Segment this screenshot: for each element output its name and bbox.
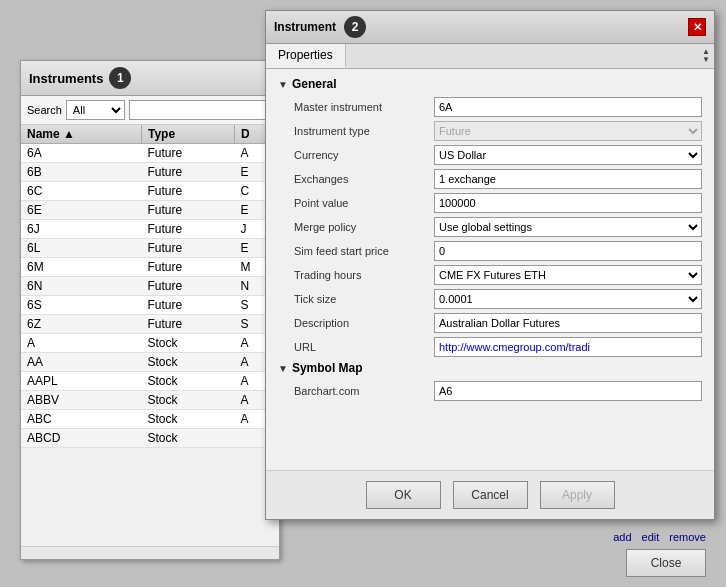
search-label: Search [27,104,62,116]
cell-type: Stock [141,410,234,429]
field-label: Instrument type [294,125,434,137]
dialog-close-button[interactable]: ✕ [688,18,706,36]
field-label: Point value [294,197,434,209]
field-input[interactable] [434,381,702,401]
table-row[interactable]: 6J Future J [21,220,279,239]
field-row-tick-size: Tick size0.0001 [278,289,702,309]
col-header-type[interactable]: Type [141,125,234,144]
field-row-point-value: Point value [278,193,702,213]
cell-type: Future [141,144,234,163]
cell-type: Future [141,201,234,220]
field-input[interactable] [434,193,702,213]
cell-name: 6M [21,258,141,277]
col-header-name[interactable]: Name ▲ [21,125,141,144]
field-row-exchanges: Exchanges [278,169,702,189]
cell-name: ABC [21,410,141,429]
field-row-trading-hours: Trading hoursCME FX Futures ETH [278,265,702,285]
field-select-disabled: Future [434,121,702,141]
table-row[interactable]: AA Stock A [21,353,279,372]
section-symbol-map: ▼Symbol MapBarchart.com [278,361,702,401]
search-select[interactable]: All Future Stock Option [66,100,125,120]
edit-link[interactable]: edit [642,531,660,543]
field-row-currency: CurrencyUS Dollar [278,145,702,165]
cell-name: 6L [21,239,141,258]
section-general: ▼GeneralMaster instrumentInstrument type… [278,77,702,357]
field-label: Sim feed start price [294,245,434,257]
search-input[interactable] [129,100,275,120]
field-select[interactable]: US Dollar [434,145,702,165]
table-row[interactable]: 6N Future N [21,277,279,296]
table-row[interactable]: 6S Future S [21,296,279,315]
tab-arrows[interactable]: ▲ ▼ [698,46,714,66]
table-row[interactable]: 6Z Future S [21,315,279,334]
apply-button[interactable]: Apply [540,481,615,509]
table-row[interactable]: ABCD Stock [21,429,279,448]
table-row[interactable]: AAPL Stock A [21,372,279,391]
tab-bar: Properties ▲ ▼ [266,44,714,69]
field-input[interactable] [434,313,702,333]
cell-name: ABBV [21,391,141,410]
cell-type: Future [141,315,234,334]
field-label: Description [294,317,434,329]
cell-name: 6N [21,277,141,296]
field-label: Trading hours [294,269,434,281]
instrument-dialog: Instrument 2 ✕ Properties ▲ ▼ ▼GeneralMa… [265,10,715,520]
field-label: Exchanges [294,173,434,185]
cell-type: Stock [141,353,234,372]
cell-type: Stock [141,391,234,410]
dialog-buttons: OK Cancel Apply [266,470,714,519]
field-link[interactable]: http://www.cmegroup.com/tradi [434,337,702,357]
table-row[interactable]: ABC Stock A [21,410,279,429]
cell-type: Stock [141,372,234,391]
remove-link[interactable]: remove [669,531,706,543]
table-row[interactable]: 6A Future A [21,144,279,163]
field-label: Barchart.com [294,385,434,397]
ok-button[interactable]: OK [366,481,441,509]
table-row[interactable]: 6L Future E [21,239,279,258]
field-input[interactable] [434,169,702,189]
table-row[interactable]: ABBV Stock A [21,391,279,410]
cell-type: Stock [141,334,234,353]
table-row[interactable]: 6C Future C [21,182,279,201]
main-bottom-area: add edit remove Close [613,531,706,577]
table-row[interactable]: 6E Future E [21,201,279,220]
dialog-badge: 2 [344,16,366,38]
field-input[interactable] [434,241,702,261]
table-row[interactable]: 6B Future E [21,163,279,182]
cell-name: 6A [21,144,141,163]
field-row-instrument-type: Instrument typeFuture [278,121,702,141]
instruments-bottom [21,546,279,559]
tab-properties[interactable]: Properties [266,44,346,68]
table-row[interactable]: 6M Future M [21,258,279,277]
cell-type: Future [141,277,234,296]
field-select[interactable]: 0.0001 [434,289,702,309]
dialog-title-bar: Instrument 2 ✕ [266,11,714,44]
field-row-url: URLhttp://www.cmegroup.com/tradi [278,337,702,357]
dialog-content: ▼GeneralMaster instrumentInstrument type… [266,69,714,459]
search-bar: Search All Future Stock Option [21,96,279,125]
cell-name: ABCD [21,429,141,448]
field-label: Master instrument [294,101,434,113]
cell-name: 6B [21,163,141,182]
instruments-title: Instruments [29,71,103,86]
main-close-button[interactable]: Close [626,549,706,577]
cell-type: Future [141,182,234,201]
table-row[interactable]: A Stock A [21,334,279,353]
link-row: add edit remove [613,531,706,543]
section-header: ▼Symbol Map [278,361,702,375]
add-link[interactable]: add [613,531,631,543]
cell-name: 6S [21,296,141,315]
cell-name: AAPL [21,372,141,391]
instruments-table: Name ▲ Type D 6A Future A 6B Future E 6C… [21,125,279,448]
cancel-button[interactable]: Cancel [453,481,528,509]
section-header: ▼General [278,77,702,91]
arrow-down-icon[interactable]: ▼ [702,56,710,64]
field-input[interactable] [434,97,702,117]
field-select[interactable]: Use global settings [434,217,702,237]
collapse-icon[interactable]: ▼ [278,79,288,90]
collapse-icon[interactable]: ▼ [278,363,288,374]
cell-type: Future [141,220,234,239]
field-select[interactable]: CME FX Futures ETH [434,265,702,285]
cell-type: Future [141,258,234,277]
field-row-merge-policy: Merge policyUse global settings [278,217,702,237]
